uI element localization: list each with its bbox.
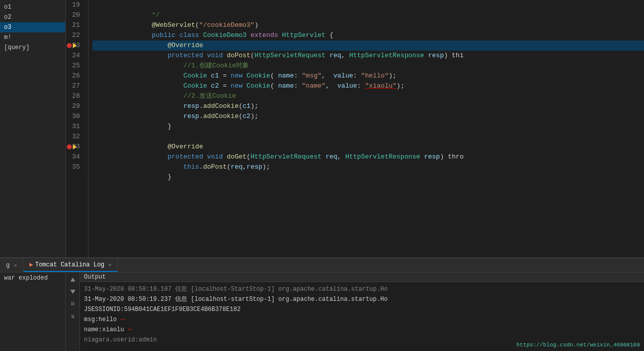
line-num-19: 19: [66, 0, 84, 10]
code-lines: */ @WebServlet("/cookieDemo3") public cl…: [89, 0, 644, 257]
tab-log[interactable]: g ✕: [0, 258, 23, 272]
sidebar-item-o3[interactable]: o3: [0, 22, 65, 32]
code-editor: 19 20 21 22 23 24 25 26 27 28 29 30: [66, 0, 644, 257]
line-num-34: 34: [66, 152, 84, 162]
line-num-30: 30: [66, 111, 84, 122]
line-num-27: 27: [66, 81, 84, 91]
tab-log-close[interactable]: ✕: [14, 262, 17, 268]
debug-arrow-33: [73, 144, 77, 149]
line-num-28: 28: [66, 91, 84, 101]
line-num-35: 35: [66, 162, 84, 172]
debug-breakpoint-33[interactable]: [67, 144, 72, 149]
line-num-26: 26: [66, 71, 84, 81]
sidebar-item-ml[interactable]: m!: [0, 32, 65, 43]
output-line-2: 31-May-2020 08:50:19.237 信息 [localhost-s…: [84, 294, 640, 304]
output-header: Output: [80, 272, 644, 282]
sidebar-item-o2[interactable]: o2: [0, 12, 65, 22]
bottom-panel: g ✕ ▶ Tomcat Catalina Log ✕ war exploded: [0, 257, 644, 351]
bottom-tools: ≡ ⇅: [66, 272, 80, 351]
output-content[interactable]: 31-May-2020 08:50:19.107 信息 [localhost-S…: [80, 282, 644, 351]
line-num-23: 23: [66, 41, 84, 51]
scroll-up-icon[interactable]: [68, 275, 78, 285]
tab-tomcat-label: Tomcat Catalina Log: [35, 261, 104, 268]
arrow-msg: ←: [121, 315, 126, 325]
code-line-31: [93, 122, 644, 132]
output-line-1: 31-May-2020 08:50:19.107 信息 [localhost-S…: [84, 284, 640, 294]
tab-log-label: g: [6, 262, 10, 269]
output-line-3: JSESSIONID:594B041CAE1EF1F9EB3CE4B6B378E…: [84, 304, 640, 315]
bottom-tabs: g ✕ ▶ Tomcat Catalina Log ✕: [0, 258, 644, 272]
debug-arrow-23: [73, 43, 77, 48]
line-num-22: 22: [66, 30, 84, 41]
main-container: o1 o2 o3 m! [query] 19 20 21 22 23: [0, 0, 644, 351]
code-line-19: */: [93, 0, 644, 10]
sidebar-item-o1[interactable]: o1: [0, 2, 65, 12]
debug-breakpoint-23[interactable]: [67, 43, 72, 48]
lines-icon: ≡: [70, 300, 74, 308]
filter-symbol: ⇅: [71, 313, 74, 320]
line-num-31: 31: [66, 122, 84, 132]
line-num-32: 32: [66, 132, 84, 142]
output-line-5: name:xiaolu ←: [84, 325, 640, 335]
up-arrow: [70, 278, 75, 282]
code-line-20: @WebServlet("/cookieDemo3"): [93, 10, 644, 20]
tomcat-tab-icon: ▶: [29, 261, 33, 268]
down-arrow: [70, 290, 75, 294]
bottom-link-text: https://blog.csdn.net/weixin_46008168: [517, 342, 640, 348]
line-num-29: 29: [66, 101, 84, 111]
sidebar-item-query[interactable]: [query]: [0, 43, 65, 53]
csdn-link[interactable]: https://blog.csdn.net/weixin_46008168: [517, 342, 640, 348]
tab-tomcat-catalina[interactable]: ▶ Tomcat Catalina Log ✕: [23, 258, 118, 272]
bottom-sidebar: war exploded: [0, 272, 66, 351]
line-num-33: 33: [66, 142, 84, 152]
line-num-20: 20: [66, 10, 84, 20]
line-num-24: 24: [66, 51, 84, 61]
code-line-32: @Override: [93, 132, 644, 142]
filter-icon[interactable]: ⇅: [68, 311, 78, 321]
tab-tomcat-close[interactable]: ✕: [108, 262, 111, 268]
war-exploded-label: war exploded: [4, 275, 61, 282]
line-num-25: 25: [66, 61, 84, 71]
line-numbers: 19 20 21 22 23 24 25 26 27 28 29 30: [66, 0, 89, 257]
code-content: 19 20 21 22 23 24 25 26 27 28 29 30: [66, 0, 644, 257]
arrow-name: ←: [128, 325, 133, 335]
line-num-21: 21: [66, 20, 84, 30]
sidebar: o1 o2 o3 m! [query]: [0, 0, 66, 257]
scroll-down-icon[interactable]: [68, 287, 78, 297]
bottom-content: war exploded ≡ ⇅ Output: [0, 272, 644, 351]
wrap-icon[interactable]: ≡: [68, 299, 78, 309]
editor-area: o1 o2 o3 m! [query] 19 20 21 22 23: [0, 0, 644, 257]
output-area: Output 31-May-2020 08:50:19.107 信息 [loca…: [80, 272, 644, 351]
output-line-4: msg:hello ←: [84, 315, 640, 325]
